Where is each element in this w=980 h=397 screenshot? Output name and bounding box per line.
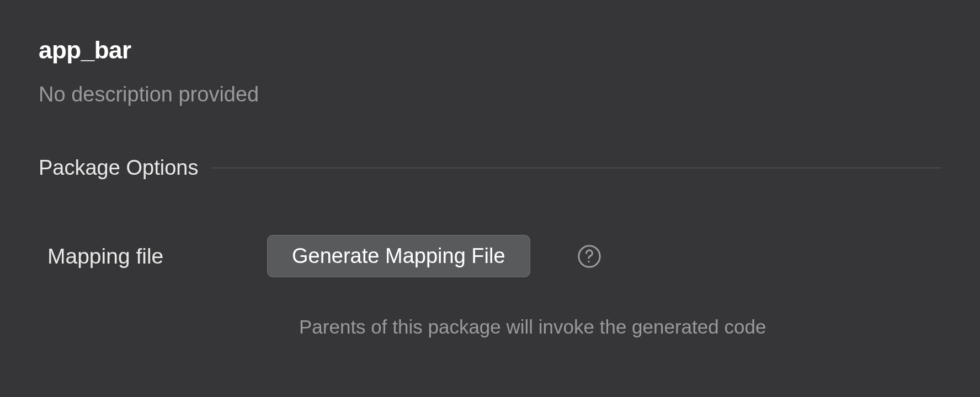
section-divider [211, 168, 941, 168]
package-title: app_bar [39, 36, 941, 64]
section-header: Package Options [39, 156, 941, 180]
svg-point-1 [588, 260, 589, 262]
section-title: Package Options [39, 156, 198, 180]
help-icon[interactable] [577, 244, 602, 269]
package-description: No description provided [39, 83, 941, 106]
mapping-file-hint: Parents of this package will invoke the … [39, 316, 941, 338]
mapping-file-row: Mapping file Generate Mapping File [39, 235, 941, 277]
mapping-file-label: Mapping file [47, 244, 267, 269]
generate-mapping-file-button[interactable]: Generate Mapping File [267, 235, 530, 277]
